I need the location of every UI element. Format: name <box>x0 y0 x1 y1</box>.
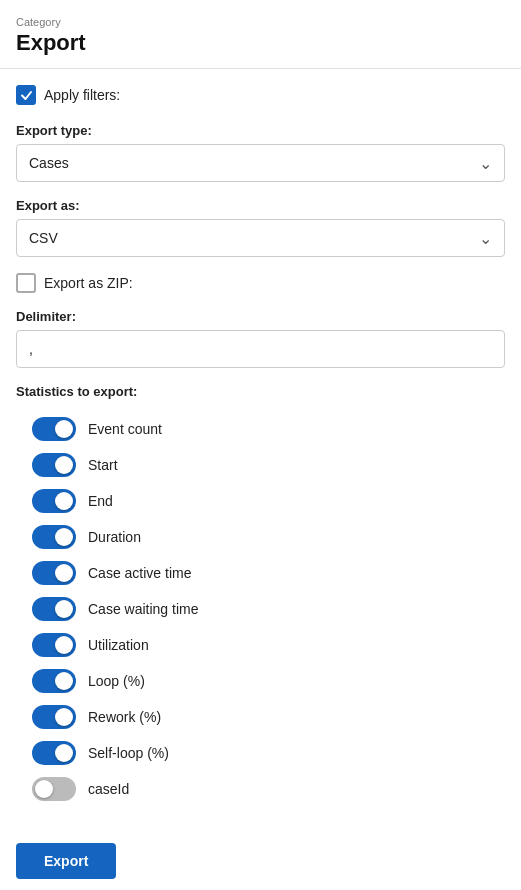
toggle-thumb-caseid <box>35 780 53 798</box>
export-type-select[interactable]: Cases ⌄ <box>16 144 505 182</box>
toggle-label-self-loop: Self-loop (%) <box>88 745 169 761</box>
toggle-end[interactable] <box>32 489 76 513</box>
toggle-label-loop: Loop (%) <box>88 673 145 689</box>
delimiter-input[interactable] <box>16 330 505 368</box>
toggle-label-case-waiting-time: Case waiting time <box>88 601 199 617</box>
statistics-title: Statistics to export: <box>16 384 505 399</box>
statistics-toggle-list: Event countStartEndDurationCase active t… <box>16 411 505 807</box>
toggle-loop[interactable] <box>32 669 76 693</box>
toggle-label-duration: Duration <box>88 529 141 545</box>
toggle-label-caseid: caseId <box>88 781 129 797</box>
toggle-utilization[interactable] <box>32 633 76 657</box>
toggle-row-duration: Duration <box>16 519 505 555</box>
toggle-label-end: End <box>88 493 113 509</box>
toggle-row-caseid: caseId <box>16 771 505 807</box>
delimiter-label: Delimiter: <box>16 309 505 324</box>
toggle-thumb-duration <box>55 528 73 546</box>
apply-filters-label: Apply filters: <box>44 87 120 103</box>
toggle-row-case-active-time: Case active time <box>16 555 505 591</box>
apply-filters-row: Apply filters: <box>16 85 505 105</box>
toggle-row-self-loop: Self-loop (%) <box>16 735 505 771</box>
toggle-row-utilization: Utilization <box>16 627 505 663</box>
chevron-down-icon-2: ⌄ <box>479 229 492 248</box>
toggle-thumb-utilization <box>55 636 73 654</box>
export-button[interactable]: Export <box>16 843 116 879</box>
export-type-group: Export type: Cases ⌄ <box>16 123 505 182</box>
category-label: Category <box>16 16 505 28</box>
toggle-label-start: Start <box>88 457 118 473</box>
toggle-start[interactable] <box>32 453 76 477</box>
toggle-row-loop: Loop (%) <box>16 663 505 699</box>
export-type-value: Cases <box>29 155 69 171</box>
toggle-event-count[interactable] <box>32 417 76 441</box>
toggle-label-rework: Rework (%) <box>88 709 161 725</box>
export-zip-row: Export as ZIP: <box>16 273 505 293</box>
toggle-row-rework: Rework (%) <box>16 699 505 735</box>
delimiter-group: Delimiter: <box>16 309 505 368</box>
apply-filters-checkbox[interactable] <box>16 85 36 105</box>
toggle-row-end: End <box>16 483 505 519</box>
toggle-thumb-event-count <box>55 420 73 438</box>
page-header: Category Export <box>0 0 521 69</box>
toggle-row-event-count: Event count <box>16 411 505 447</box>
export-as-group: Export as: CSV ⌄ <box>16 198 505 257</box>
toggle-thumb-end <box>55 492 73 510</box>
toggle-row-start: Start <box>16 447 505 483</box>
export-zip-checkbox[interactable] <box>16 273 36 293</box>
toggle-thumb-start <box>55 456 73 474</box>
toggle-thumb-rework <box>55 708 73 726</box>
chevron-down-icon: ⌄ <box>479 154 492 173</box>
toggle-case-waiting-time[interactable] <box>32 597 76 621</box>
toggle-row-case-waiting-time: Case waiting time <box>16 591 505 627</box>
toggle-thumb-self-loop <box>55 744 73 762</box>
toggle-self-loop[interactable] <box>32 741 76 765</box>
toggle-caseid[interactable] <box>32 777 76 801</box>
toggle-thumb-case-active-time <box>55 564 73 582</box>
export-zip-label: Export as ZIP: <box>44 275 133 291</box>
export-type-label: Export type: <box>16 123 505 138</box>
export-as-value: CSV <box>29 230 58 246</box>
toggle-label-case-active-time: Case active time <box>88 565 191 581</box>
toggle-duration[interactable] <box>32 525 76 549</box>
page-title: Export <box>16 30 505 56</box>
export-as-select[interactable]: CSV ⌄ <box>16 219 505 257</box>
toggle-rework[interactable] <box>32 705 76 729</box>
content-area: Apply filters: Export type: Cases ⌄ Expo… <box>0 69 521 823</box>
toggle-label-event-count: Event count <box>88 421 162 437</box>
toggle-case-active-time[interactable] <box>32 561 76 585</box>
toggle-thumb-case-waiting-time <box>55 600 73 618</box>
export-as-label: Export as: <box>16 198 505 213</box>
toggle-label-utilization: Utilization <box>88 637 149 653</box>
toggle-thumb-loop <box>55 672 73 690</box>
statistics-section: Statistics to export: Event countStartEn… <box>16 384 505 807</box>
